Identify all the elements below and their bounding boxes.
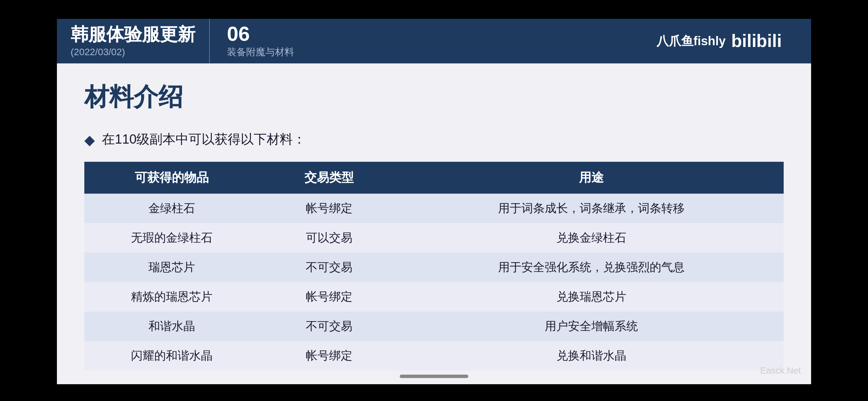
materials-table: 可获得的物品 交易类型 用途 金绿柱石帐号绑定用于词条成长，词条继承，词条转移无…: [84, 162, 784, 370]
cell-trade: 可以交易: [259, 223, 399, 253]
table-row: 闪耀的和谐水晶帐号绑定兑换和谐水晶: [84, 341, 784, 370]
col-header-use: 用途: [399, 162, 784, 194]
table-row: 瑞恩芯片不可交易用于安全强化系统，兑换强烈的气息: [84, 253, 784, 282]
header-section: 06 装备附魔与材料: [210, 19, 311, 63]
cell-use: 用户安全增幅系统: [399, 312, 784, 341]
cell-trade: 不可交易: [259, 253, 399, 282]
table-row: 精炼的瑞恩芯片帐号绑定兑换瑞恩芯片: [84, 282, 784, 312]
cell-use: 用于安全强化系统，兑换强烈的气息: [399, 253, 784, 282]
svg-text:bili: bili: [756, 32, 782, 51]
bilibili-logo: bili bili: [731, 32, 794, 51]
cell-trade: 帐号绑定: [259, 194, 399, 223]
materials-table-wrapper: 可获得的物品 交易类型 用途 金绿柱石帐号绑定用于词条成长，词条继承，词条转移无…: [84, 162, 784, 370]
bullet-item: ◆ 在110级副本中可以获得以下材料：: [84, 131, 784, 148]
slide: 韩服体验服更新 (2022/03/02) 06 装备附魔与材料 八爪鱼fishl…: [57, 19, 811, 382]
col-header-trade: 交易类型: [259, 162, 399, 194]
cell-item: 和谐水晶: [84, 312, 259, 341]
cell-item: 精炼的瑞恩芯片: [84, 282, 259, 312]
section-number: 06: [227, 24, 294, 44]
svg-text:bili: bili: [731, 32, 757, 51]
cell-use: 用于词条成长，词条继承，词条转移: [399, 194, 784, 223]
page-title: 材料介绍: [84, 81, 784, 113]
scrollbar[interactable]: [400, 375, 468, 378]
logo-text: 八爪鱼fishly: [656, 33, 726, 50]
cell-trade: 帐号绑定: [259, 341, 399, 370]
col-header-item: 可获得的物品: [84, 162, 259, 194]
section-label: 装备附魔与材料: [227, 46, 294, 59]
cell-item: 瑞恩芯片: [84, 253, 259, 282]
cell-trade: 不可交易: [259, 312, 399, 341]
table-body: 金绿柱石帐号绑定用于词条成长，词条继承，词条转移无瑕的金绿柱石可以交易兑换金绿柱…: [84, 194, 784, 370]
header: 韩服体验服更新 (2022/03/02) 06 装备附魔与材料 八爪鱼fishl…: [57, 19, 811, 63]
cell-use: 兑换金绿柱石: [399, 223, 784, 253]
cell-use: 兑换瑞恩芯片: [399, 282, 784, 312]
cell-item: 金绿柱石: [84, 194, 259, 223]
header-logo: 八爪鱼fishly bili bili: [639, 19, 811, 63]
header-title: 韩服体验服更新: [71, 25, 195, 44]
header-date: (2022/03/02): [71, 47, 195, 58]
table-header-row: 可获得的物品 交易类型 用途: [84, 162, 784, 194]
main-content: 材料介绍 ◆ 在110级副本中可以获得以下材料： 可获得的物品 交易类型 用途 …: [57, 63, 811, 384]
table-row: 和谐水晶不可交易用户安全增幅系统: [84, 312, 784, 341]
cell-item: 闪耀的和谐水晶: [84, 341, 259, 370]
cell-use: 兑换和谐水晶: [399, 341, 784, 370]
bullet-text: 在110级副本中可以获得以下材料：: [102, 131, 306, 148]
header-left: 韩服体验服更新 (2022/03/02): [57, 19, 210, 63]
watermark: Easck.Net: [760, 365, 801, 376]
table-row: 无瑕的金绿柱石可以交易兑换金绿柱石: [84, 223, 784, 253]
cell-trade: 帐号绑定: [259, 282, 399, 312]
table-row: 金绿柱石帐号绑定用于词条成长，词条继承，词条转移: [84, 194, 784, 223]
bullet-diamond-icon: ◆: [84, 132, 95, 148]
slide-container: 韩服体验服更新 (2022/03/02) 06 装备附魔与材料 八爪鱼fishl…: [0, 0, 868, 401]
cell-item: 无瑕的金绿柱石: [84, 223, 259, 253]
